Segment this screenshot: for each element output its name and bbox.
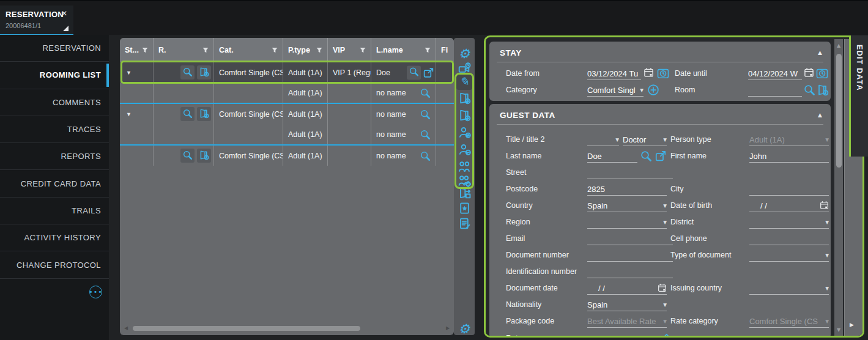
date-until-field[interactable]: 04/12/2024 W [748,67,802,80]
room-search-button[interactable] [180,65,195,79]
filter-funnel-icon[interactable] [141,46,149,54]
title2-dropdown[interactable]: Doctor▼ [623,133,667,146]
settings-gear-icon[interactable]: ⚙ [456,46,472,62]
scrollbar-track[interactable] [129,324,445,332]
cell-status[interactable]: ▼ [120,62,154,83]
column-header-fi[interactable]: Fi [436,38,452,62]
row-expander-icon[interactable]: ▼ [126,70,132,76]
sidebar-item-activity-history[interactable]: ACTIVITY HISTORY [0,224,109,251]
room-search-icon[interactable] [803,84,815,98]
cell-status[interactable] [120,83,154,103]
scroll-up-icon[interactable]: ▲ [834,43,843,48]
table-settings-gear-icon[interactable]: ⚙ [456,321,472,337]
sidebar-item-traces[interactable]: TRACES [0,116,109,143]
issuing-country-dropdown[interactable]: ▼ [749,282,829,295]
city-field[interactable] [749,183,829,196]
calendar-icon[interactable] [644,67,654,80]
scroll-left-icon[interactable]: ◀ [123,325,129,331]
document-star-icon[interactable] [456,201,472,217]
guest-search-icon[interactable] [640,150,652,164]
guest-add-icon[interactable] [456,125,472,141]
identification-number-field[interactable] [587,265,673,278]
sidebar-item-change-protocol[interactable]: CHANGE PROTOCOL [0,251,109,278]
sidebar-item-trails[interactable]: TRAILS [0,198,109,224]
country-dropdown[interactable]: Spain▼ [587,199,667,212]
table-row[interactable]: Comfort Single (CS)Adult (1A)no name [120,144,454,166]
calendar-clock-icon[interactable] [816,67,828,82]
sidebar-item-reservation[interactable]: RESERVATION [0,35,109,62]
edit-data-tab[interactable]: EDIT DATA [849,35,868,157]
filter-funnel-icon[interactable] [316,46,323,54]
room-search-button[interactable] [180,107,195,121]
column-header-st[interactable]: St... [120,38,154,62]
table-row[interactable]: ▼Comfort Single (CS)Adult (1A)no name [120,103,454,124]
filter-funnel-icon[interactable] [202,46,209,54]
column-header-cat[interactable]: Cat. [214,38,283,62]
date-from-field[interactable]: 03/12/2024 Tu [587,67,641,80]
date-of-birth-field[interactable]: / / [749,199,829,212]
sidebar-item-reports[interactable]: REPORTS [0,143,109,170]
guest-search-icon[interactable] [420,109,431,120]
column-header-ptype[interactable]: P.type [283,38,328,62]
package-code-dropdown[interactable]: Best Available Rate▼ [587,315,667,328]
table-row[interactable]: Adult (1A)no name [120,124,454,144]
document-note-icon[interactable] [456,216,472,232]
rate-category-dropdown[interactable]: Comfort Single (CS▼ [749,315,829,328]
cell-status[interactable] [120,146,154,166]
cell-status[interactable] [120,124,154,144]
rate-field[interactable]: 122.50 [587,332,655,338]
column-header-lname[interactable]: L.name [371,38,436,62]
document-number-field[interactable] [587,249,673,262]
sidebar-item-rooming-list[interactable]: ROOMING LIST [0,62,109,89]
collapse-icon[interactable]: ▲ [818,112,822,118]
guest-search-button[interactable] [407,65,421,79]
room-remove-icon[interactable] [456,108,472,124]
street-field[interactable] [587,166,673,179]
room-move-icon[interactable] [456,186,472,202]
row-expander-icon[interactable]: ▼ [126,111,132,117]
district-dropdown[interactable]: ▼ [749,216,829,229]
cell-room[interactable] [154,146,214,166]
room-search-button[interactable] [180,149,195,163]
nationality-dropdown[interactable]: Spain▼ [587,298,667,311]
expand-panel-icon[interactable]: ▶ [850,322,854,328]
room-field[interactable] [748,84,802,97]
rate-edit-icon[interactable] [658,332,670,338]
region-dropdown[interactable]: ▼ [587,216,667,229]
cell-room[interactable] [154,62,214,83]
guest-remove-icon[interactable] [456,142,472,158]
table-row[interactable]: ▼Comfort Single (CS)Adult (1A)VIP 1 (Reg… [120,62,454,83]
sidebar-item-comments[interactable]: COMMENTS [0,89,109,116]
cell-phone-field[interactable] [749,232,829,245]
cell-room[interactable] [154,104,214,124]
calendar-icon[interactable] [658,283,667,294]
scrollbar-thumb[interactable] [133,326,360,331]
open-profile-icon[interactable] [423,67,434,78]
tab-reservation[interactable]: RESERVATION ✕ 20006481/1 [0,6,73,36]
scroll-right-icon[interactable]: ▶ [445,325,451,331]
scroll-down-icon[interactable]: ▼ [834,327,843,333]
vertical-scrollbar[interactable]: ▲ ▼ [834,39,843,336]
calendar-icon[interactable] [804,67,814,80]
table-row[interactable]: Adult (1A)no name [120,83,454,103]
postcode-field[interactable]: 2825 [587,183,667,196]
horizontal-scrollbar[interactable]: ◀ ▶ [123,324,451,332]
category-dropdown[interactable]: Comfort Singl▼ [587,84,644,97]
close-icon[interactable]: ✕ [61,9,67,18]
guest-search-icon[interactable] [420,129,431,140]
room-plan-icon[interactable] [817,84,829,98]
edit-pencil-icon[interactable]: ✎ [456,74,472,90]
email-field[interactable] [587,232,673,245]
sidebar-item-credit-card-data[interactable]: CREDIT CARD DATA [0,170,109,197]
column-header-r[interactable]: R. [154,38,214,62]
room-add-icon[interactable] [456,91,472,107]
guest-search-icon[interactable] [420,87,431,98]
scrollbar-thumb[interactable] [836,54,842,168]
room-plan-button[interactable] [197,107,211,121]
title-dropdown[interactable]: ▼ [587,133,619,146]
last-name-field[interactable]: Doe [587,150,637,163]
add-category-icon[interactable] [647,84,659,98]
first-name-field[interactable]: John [749,150,829,163]
room-plan-button[interactable] [197,149,211,163]
document-date-field[interactable]: / / [587,282,667,295]
